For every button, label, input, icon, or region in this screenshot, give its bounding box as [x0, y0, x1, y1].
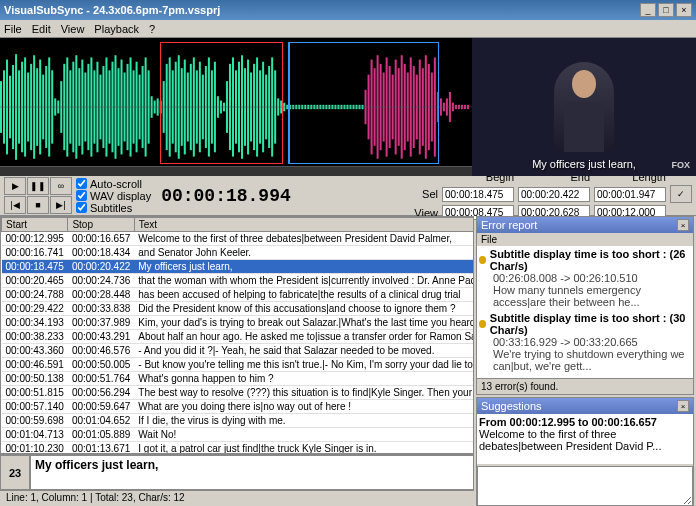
- loop-button[interactable]: ∞: [50, 177, 72, 195]
- waveform-panel[interactable]: [0, 38, 472, 176]
- suggestions-input[interactable]: [477, 466, 693, 506]
- suggestions-close-icon[interactable]: ×: [677, 400, 689, 412]
- suggestions-panel: Suggestions × From 00:00:12.995 to 00:00…: [476, 397, 694, 506]
- col-stop[interactable]: Stop: [68, 218, 134, 232]
- maximize-button[interactable]: □: [658, 3, 674, 17]
- suggestions-title: Suggestions: [481, 400, 542, 412]
- menu-edit[interactable]: Edit: [32, 23, 51, 35]
- video-preview[interactable]: My officers just learn, FOX: [472, 38, 696, 176]
- sel-apply-button[interactable]: ✓: [670, 185, 692, 203]
- table-row[interactable]: 00:00:43.36000:00:46.576- And you did it…: [2, 344, 475, 358]
- error-panel-title: Error report: [481, 219, 537, 231]
- controls-bar: ▶ ❚❚ ∞ |◀ ■ ▶| Auto-scroll WAV display S…: [0, 176, 696, 216]
- sel-begin-input[interactable]: [442, 187, 514, 202]
- menu-file[interactable]: File: [4, 23, 22, 35]
- table-row[interactable]: 00:00:57.14000:00:59.647What are you doi…: [2, 400, 475, 414]
- menu-help[interactable]: ?: [149, 23, 155, 35]
- subtitle-table[interactable]: Start Stop Text 00:00:12.99500:00:16.657…: [0, 216, 474, 454]
- table-row[interactable]: 00:00:59.69800:01:04.652If I die, the vi…: [2, 414, 475, 428]
- col-text[interactable]: Text: [134, 218, 474, 232]
- wav-display-checkbox[interactable]: WAV display: [76, 190, 151, 202]
- error-item[interactable]: Subtitle display time is too short : (30…: [479, 312, 691, 372]
- error-panel-close-icon[interactable]: ×: [677, 219, 689, 231]
- window-title: VisualSubSync - 24.3x06.6pm-7pm.vssprj: [4, 4, 638, 16]
- sel-length-input[interactable]: [594, 187, 666, 202]
- error-panel-file-menu[interactable]: File: [477, 233, 693, 246]
- table-row[interactable]: 00:00:34.19300:00:37.989Kim, your dad's …: [2, 316, 475, 330]
- col-start[interactable]: Start: [2, 218, 68, 232]
- close-button[interactable]: ×: [676, 3, 692, 17]
- suggestions-range: From 00:00:12.995 to 00:00:16.657: [479, 416, 691, 428]
- play-button[interactable]: ▶: [4, 177, 26, 195]
- table-row[interactable]: 00:01:10.23000:01:13.671I got it, a patr…: [2, 442, 475, 455]
- selection-box-red[interactable]: [160, 42, 283, 164]
- table-row[interactable]: 00:00:20.46500:00:24.736that the woman w…: [2, 274, 475, 288]
- editor-textarea[interactable]: My officers just learn,: [30, 455, 474, 490]
- sel-end-input[interactable]: [518, 187, 590, 202]
- menu-bar: File Edit View Playback ?: [0, 20, 696, 38]
- table-row[interactable]: 00:00:12.99500:00:16.657Welcome to the f…: [2, 232, 475, 246]
- title-bar: VisualSubSync - 24.3x06.6pm-7pm.vssprj _…: [0, 0, 696, 20]
- error-panel-footer: 13 error(s) found.: [477, 378, 693, 394]
- minimize-button[interactable]: _: [640, 3, 656, 17]
- table-row[interactable]: 00:00:51.81500:00:56.294The best way to …: [2, 386, 475, 400]
- error-item[interactable]: Subtitle display time is too short : (26…: [479, 248, 691, 308]
- table-row[interactable]: 00:00:38.23300:00:43.291About half an ho…: [2, 330, 475, 344]
- current-time: 00:00:18.994: [155, 186, 297, 206]
- video-caption: My officers just learn,: [472, 158, 696, 170]
- editor-line-number: 23: [0, 455, 30, 490]
- stop-button[interactable]: ■: [27, 196, 49, 214]
- selection-box-blue[interactable]: [288, 42, 439, 164]
- subtitles-checkbox[interactable]: Subtitles: [76, 202, 151, 214]
- menu-playback[interactable]: Playback: [94, 23, 139, 35]
- timeline-strip[interactable]: [0, 166, 472, 176]
- table-row[interactable]: 00:00:46.59100:00:50.005- But know you'r…: [2, 358, 475, 372]
- table-row[interactable]: 00:00:50.13800:00:51.764What's gonna hap…: [2, 372, 475, 386]
- video-logo: FOX: [671, 160, 690, 170]
- sel-label: Sel: [414, 188, 438, 200]
- autoscroll-checkbox[interactable]: Auto-scroll: [76, 178, 151, 190]
- table-row[interactable]: 00:00:24.78800:00:28.448has been accused…: [2, 288, 475, 302]
- next-button[interactable]: ▶|: [50, 196, 72, 214]
- prev-button[interactable]: |◀: [4, 196, 26, 214]
- table-row[interactable]: 00:01:04.71300:01:05.889Wait No!: [2, 428, 475, 442]
- pause-button[interactable]: ❚❚: [27, 177, 49, 195]
- menu-view[interactable]: View: [61, 23, 85, 35]
- table-row[interactable]: 00:00:29.42200:00:33.838Did the Presiden…: [2, 302, 475, 316]
- error-report-panel: Error report × File Subtitle display tim…: [476, 216, 694, 395]
- table-row[interactable]: 00:00:18.47500:00:20.422My officers just…: [2, 260, 475, 274]
- suggestions-text: Welcome to the first of three debates|be…: [479, 428, 691, 452]
- table-row[interactable]: 00:00:16.74100:00:18.434and Senator John…: [2, 246, 475, 260]
- status-bar: Line: 1, Column: 1 | Total: 23, Char/s: …: [0, 490, 474, 506]
